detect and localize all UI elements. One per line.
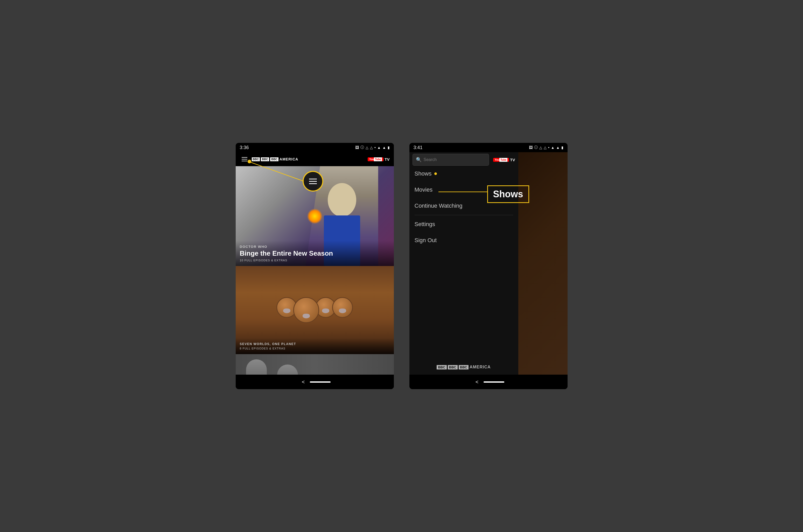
person-silhouette-2 (277, 364, 298, 375)
wifi-icon: ▲ (377, 146, 381, 150)
r-battery-icon: ▮ (561, 146, 563, 150)
monkey-2 (293, 297, 319, 323)
right-status-icons: 🖼 ⓘ △ △ • ▲ ▲ ▮ (529, 145, 563, 150)
search-icon: 🔍 (416, 157, 422, 163)
bbc-logo: BBC BBC BBC AMERICA (252, 157, 299, 161)
search-input[interactable] (424, 157, 486, 162)
photo-icon: 🖼 (355, 146, 359, 150)
left-phone: 3:36 🖼 ⓘ △ △ • ▲ ▲ ▮ BBC (236, 143, 394, 389)
screens-container: 3:36 🖼 ⓘ △ △ • ▲ ▲ ▮ BBC (236, 143, 568, 389)
r-youtube-badge: YouTube (493, 158, 509, 162)
menu-item-shows[interactable]: Shows (409, 166, 518, 182)
r-triangle-icon-1: △ (539, 146, 542, 150)
menu-item-sign-out[interactable]: Sign Out (409, 232, 518, 248)
monkey-faces (276, 297, 353, 323)
third-card[interactable] (236, 354, 394, 375)
menu-items-list: Shows Movies Continue Watching Settings (409, 166, 518, 248)
signal-icon: ▲ (382, 146, 386, 150)
hero-sub: 10 FULL EPISODES & EXTRAS (240, 259, 390, 262)
hamburger-circle-line-3 (309, 183, 317, 184)
show-card-2-overlay: SEVEN WORLDS, ONE PLANET 8 FULL EPISODES… (236, 338, 394, 354)
left-time: 3:36 (240, 145, 249, 150)
bbc-box-b1: BBC (437, 365, 446, 369)
right-youtube-tv-logo: YouTube TV (491, 158, 515, 162)
search-bar[interactable]: 🔍 (413, 154, 489, 166)
menu-item-settings[interactable]: Settings (409, 216, 518, 232)
right-bottom-nav: < (409, 375, 568, 389)
triangle-icon-1: △ (366, 146, 368, 150)
show-card-2[interactable]: SEVEN WORLDS, ONE PLANET 8 FULL EPISODES… (236, 266, 394, 354)
r-photo-icon: 🖼 (529, 146, 533, 150)
third-card-content (236, 354, 394, 375)
bbc-box: BBC (252, 157, 260, 161)
tv-label: TV (384, 157, 389, 162)
r-dot-icon: • (548, 146, 550, 150)
annotation-line-left (251, 161, 308, 182)
nav-pill-left (310, 381, 330, 383)
battery-icon: ▮ (388, 146, 390, 150)
bbc-box-3: BBC (270, 157, 279, 161)
monkey-4 (332, 297, 353, 318)
show-card-2-title: SEVEN WORLDS, ONE PLANET (240, 342, 390, 346)
bbc-logo-bottom: BBC BBC BBC AMERICA (437, 365, 491, 369)
back-button-left[interactable]: < (299, 378, 308, 386)
bbc-box-b3: BBC (459, 365, 469, 369)
america-label: AMERICA (280, 157, 298, 161)
right-phone: 3:41 🖼 ⓘ △ △ • ▲ ▲ ▮ 🔍 (409, 143, 568, 389)
back-button-right[interactable]: < (473, 378, 482, 386)
r-tv-label: TV (510, 158, 515, 162)
triangle-icon-2: △ (370, 146, 373, 150)
hamburger-circle-line-2 (309, 181, 317, 182)
left-status-bar: 3:36 🖼 ⓘ △ △ • ▲ ▲ ▮ (236, 143, 394, 152)
hero-tagline: Binge the Entire New Season (240, 250, 390, 257)
shows-dot (434, 172, 437, 175)
r-signal-icon: ▲ (556, 146, 560, 150)
info-icon: ⓘ (360, 145, 364, 150)
shows-annotation-label: Shows (493, 189, 523, 200)
menu-divider (415, 215, 513, 215)
hamburger-circle-line-1 (309, 178, 317, 179)
youtube-tv-logo: YouTube TV (368, 157, 389, 162)
bbc-box-b2: BBC (448, 365, 458, 369)
r-info-icon: ⓘ (534, 145, 538, 150)
left-bottom-nav: < (236, 375, 394, 389)
shows-annotation-line (438, 189, 490, 196)
hamburger-line-2 (242, 159, 247, 159)
bbc-box-2: BBC (261, 157, 269, 161)
left-content-area: DOCTOR WHO Binge the Entire New Season 1… (236, 166, 394, 375)
left-status-icons: 🖼 ⓘ △ △ • ▲ ▲ ▮ (355, 145, 390, 150)
youtube-badge: YouTube (368, 157, 383, 161)
america-label-bottom: AMERICA (470, 365, 491, 369)
person-silhouette-1 (246, 359, 267, 375)
drawer-bottom: BBC BBC BBC AMERICA (409, 360, 518, 375)
show-card-2-sub: 8 FULL EPISODES & EXTRAS (240, 347, 390, 350)
right-status-bar: 3:41 🖼 ⓘ △ △ • ▲ ▲ ▮ (409, 143, 568, 152)
r-wifi-icon: ▲ (551, 146, 555, 150)
shows-annotation-box: Shows (487, 185, 529, 203)
r-triangle-icon-2: △ (544, 146, 547, 150)
dot-icon: • (375, 146, 376, 150)
hero-show-title: DOCTOR WHO (240, 245, 390, 249)
hero-glow-effect (307, 208, 323, 224)
hamburger-line-3 (242, 161, 247, 161)
svg-line-0 (251, 162, 305, 182)
right-time: 3:41 (414, 145, 423, 150)
nav-pill-right (483, 381, 504, 383)
hamburger-line-1 (242, 157, 247, 158)
hamburger-circle-annotation (303, 171, 323, 192)
hero-overlay: DOCTOR WHO Binge the Entire New Season 1… (236, 241, 394, 266)
